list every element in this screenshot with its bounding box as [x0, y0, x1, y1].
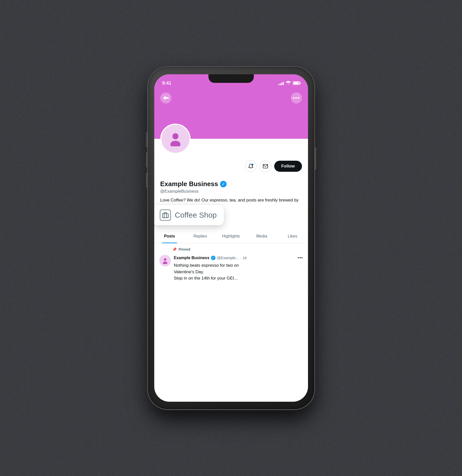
post-verified-badge: ✓	[211, 256, 215, 260]
profile-name-row: Example Business ✓	[160, 180, 302, 188]
phone-container: 9:41	[143, 62, 319, 414]
coffee-shop-badge: Coffee Shop	[154, 205, 224, 225]
tab-media[interactable]: Media	[247, 229, 277, 243]
pinned-text: Pinned	[179, 247, 191, 251]
phone-screen: 9:41	[154, 74, 308, 402]
post-line-3: Stop in on the 14th for your GEI...	[174, 276, 238, 281]
verified-badge-icon: ✓	[220, 181, 227, 187]
post-more-button[interactable]: •••	[297, 255, 303, 261]
battery-icon	[293, 81, 300, 85]
profile-handle: @ExampleBusiness	[160, 189, 302, 194]
bio-location-row: San Francisco Coffee Shop	[160, 213, 302, 217]
svg-rect-4	[162, 214, 168, 218]
post-line-1: Nothing beats espresso for two on	[174, 263, 239, 268]
post-dot: ·	[240, 256, 241, 260]
notch	[208, 74, 254, 83]
avatar-person-icon	[168, 131, 183, 146]
profile-section: + Follow Example Busines	[154, 139, 308, 229]
svg-point-6	[163, 261, 167, 264]
signal-bar-2	[280, 83, 281, 85]
post-header: Example Business ✓ @Example... · 1h •••	[174, 255, 303, 261]
phone-shell: 9:41	[148, 67, 314, 409]
wifi-icon	[286, 81, 291, 86]
signal-bars-icon	[278, 81, 284, 85]
signal-bar-1	[278, 84, 279, 85]
back-button[interactable]	[160, 92, 171, 104]
post-time: 1h	[243, 256, 247, 260]
profile-name: Example Business	[160, 180, 218, 188]
post-line-2: Valentine's Day.	[174, 269, 204, 274]
avatar-wrap	[160, 124, 191, 154]
tabs-row: Posts Replies Highlights Media Likes	[154, 229, 308, 243]
status-icons	[278, 81, 300, 86]
more-options-button[interactable]: •••	[291, 92, 302, 104]
briefcase-icon	[160, 210, 171, 221]
pinned-section: 📌 Pinned Example Business	[154, 243, 308, 286]
svg-text:+: +	[252, 164, 253, 165]
notification-button[interactable]: +	[245, 160, 257, 172]
follow-button[interactable]: Follow	[274, 161, 302, 172]
message-button[interactable]	[260, 160, 271, 172]
signal-bar-4	[283, 82, 284, 85]
pinned-label: 📌 Pinned	[172, 247, 303, 251]
status-time: 9:41	[162, 81, 171, 86]
screen-content: 9:41	[154, 74, 308, 402]
more-dots-icon: •••	[293, 95, 300, 101]
coffee-shop-label: Coffee Shop	[175, 211, 217, 219]
tab-likes[interactable]: Likes	[277, 229, 308, 243]
svg-point-0	[172, 133, 178, 139]
post-content: Example Business ✓ @Example... · 1h ••• …	[174, 255, 303, 282]
post-author-handle: @Example...	[217, 256, 239, 260]
tab-replies[interactable]: Replies	[185, 229, 216, 243]
battery-fill	[294, 82, 299, 84]
svg-point-1	[170, 141, 180, 146]
post-text: Nothing beats espresso for two on Valent…	[174, 262, 303, 282]
signal-bar-3	[281, 83, 282, 85]
avatar	[160, 124, 191, 154]
post-avatar-icon	[162, 257, 168, 264]
svg-point-5	[164, 258, 166, 261]
tab-posts[interactable]: Posts	[154, 229, 185, 243]
profile-actions: + Follow	[160, 156, 302, 178]
post-row: Example Business ✓ @Example... · 1h ••• …	[159, 255, 303, 282]
pin-icon: 📌	[172, 247, 177, 251]
post-author-name: Example Business	[174, 256, 209, 260]
tab-highlights[interactable]: Highlights	[216, 229, 247, 243]
post-avatar	[159, 255, 171, 266]
